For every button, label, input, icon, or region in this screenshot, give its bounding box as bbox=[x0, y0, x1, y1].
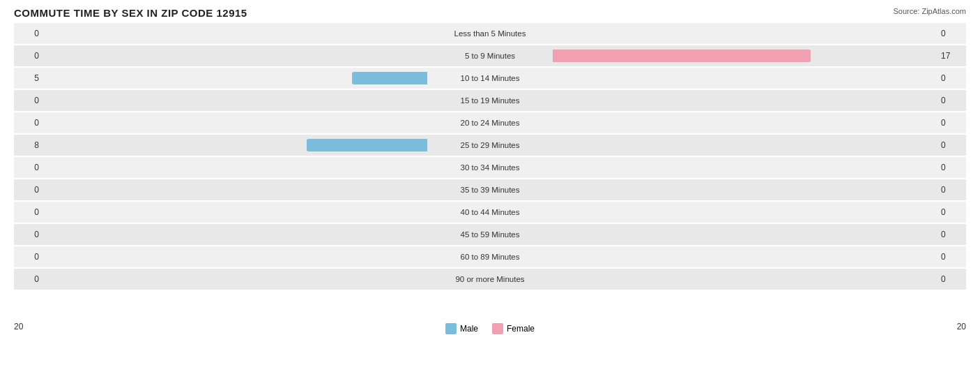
female-bar-container bbox=[553, 23, 938, 44]
female-bar-container bbox=[553, 45, 938, 66]
female-value: 0 bbox=[938, 73, 966, 83]
male-bar-container bbox=[42, 224, 427, 245]
legend-male-box bbox=[445, 323, 457, 334]
chart-row: 0Less than 5 Minutes0 bbox=[14, 23, 966, 44]
chart-row: 045 to 59 Minutes0 bbox=[14, 224, 966, 245]
chart-title: COMMUTE TIME BY SEX IN ZIP CODE 12915 bbox=[14, 7, 966, 19]
female-value: 17 bbox=[938, 51, 966, 61]
row-label: 40 to 44 Minutes bbox=[427, 208, 553, 216]
female-bar-container bbox=[553, 112, 938, 133]
chart-row: 035 to 39 Minutes0 bbox=[14, 179, 966, 200]
male-value: 0 bbox=[14, 96, 42, 105]
row-label: 30 to 34 Minutes bbox=[427, 163, 553, 172]
chart-row: 040 to 44 Minutes0 bbox=[14, 202, 966, 223]
legend-female-box bbox=[492, 323, 503, 334]
legend-male-label: Male bbox=[460, 324, 478, 334]
row-label: 25 to 29 Minutes bbox=[427, 141, 553, 149]
legend: Male Female bbox=[445, 323, 535, 334]
female-value: 0 bbox=[938, 207, 966, 217]
male-bar-container bbox=[42, 23, 427, 44]
female-value: 0 bbox=[938, 140, 966, 150]
male-value: 5 bbox=[14, 73, 42, 83]
male-value: 8 bbox=[14, 140, 42, 150]
male-value: 0 bbox=[14, 252, 42, 262]
row-label: 15 to 19 Minutes bbox=[427, 96, 553, 105]
row-label: 60 to 89 Minutes bbox=[427, 253, 553, 261]
female-value: 0 bbox=[938, 185, 966, 195]
female-bar-container bbox=[553, 269, 938, 290]
female-value: 0 bbox=[938, 274, 966, 284]
chart-row: 020 to 24 Minutes0 bbox=[14, 112, 966, 133]
male-bar-container bbox=[42, 157, 427, 178]
chart-row: 05 to 9 Minutes17 bbox=[14, 45, 966, 66]
female-value: 0 bbox=[938, 29, 966, 38]
source-label: Source: ZipAtlas.com bbox=[893, 7, 966, 15]
male-bar-container bbox=[42, 179, 427, 200]
legend-male: Male bbox=[445, 323, 478, 334]
chart-row: 030 to 34 Minutes0 bbox=[14, 157, 966, 178]
axis-right-label: 20 bbox=[957, 322, 966, 332]
female-bar-container bbox=[553, 179, 938, 200]
row-label: 10 to 14 Minutes bbox=[427, 74, 553, 82]
row-label: 35 to 39 Minutes bbox=[427, 186, 553, 194]
bottom-row: 20 Male Female 20 bbox=[14, 319, 966, 334]
male-value: 0 bbox=[14, 51, 42, 61]
female-value: 0 bbox=[938, 118, 966, 128]
female-bar-container bbox=[553, 157, 938, 178]
male-bar-container bbox=[42, 90, 427, 111]
female-bar-container bbox=[553, 68, 938, 89]
legend-female: Female bbox=[492, 323, 535, 334]
male-bar-container bbox=[42, 135, 427, 156]
row-label: 90 or more Minutes bbox=[427, 275, 553, 283]
female-bar-container bbox=[553, 202, 938, 223]
female-bar-container bbox=[553, 135, 938, 156]
female-bar bbox=[553, 50, 811, 62]
male-bar-container bbox=[42, 246, 427, 267]
row-label: 20 to 24 Minutes bbox=[427, 119, 553, 127]
male-bar-container bbox=[42, 68, 427, 89]
chart-row: 015 to 19 Minutes0 bbox=[14, 90, 966, 111]
female-value: 0 bbox=[938, 163, 966, 172]
male-bar bbox=[352, 72, 427, 84]
male-bar-container bbox=[42, 202, 427, 223]
female-value: 0 bbox=[938, 252, 966, 262]
female-bar-container bbox=[553, 90, 938, 111]
legend-female-label: Female bbox=[507, 324, 535, 334]
male-value: 0 bbox=[14, 118, 42, 128]
female-bar-container bbox=[553, 224, 938, 245]
row-label: Less than 5 Minutes bbox=[427, 29, 553, 38]
axis-left-label: 20 bbox=[14, 322, 23, 332]
male-value: 0 bbox=[14, 207, 42, 217]
row-label: 5 to 9 Minutes bbox=[427, 52, 553, 60]
male-bar-container bbox=[42, 45, 427, 66]
female-bar-container bbox=[553, 246, 938, 267]
row-label: 45 to 59 Minutes bbox=[427, 230, 553, 239]
chart-row: 510 to 14 Minutes0 bbox=[14, 68, 966, 89]
chart-row: 825 to 29 Minutes0 bbox=[14, 135, 966, 156]
male-value: 0 bbox=[14, 29, 42, 38]
male-bar-container bbox=[42, 269, 427, 290]
chart-row: 090 or more Minutes0 bbox=[14, 269, 966, 290]
male-value: 0 bbox=[14, 230, 42, 239]
male-bar bbox=[307, 139, 427, 151]
chart-area: 0Less than 5 Minutes005 to 9 Minutes1751… bbox=[14, 23, 966, 316]
chart-container: COMMUTE TIME BY SEX IN ZIP CODE 12915 So… bbox=[0, 0, 980, 365]
male-value: 0 bbox=[14, 185, 42, 195]
female-value: 0 bbox=[938, 230, 966, 239]
male-value: 0 bbox=[14, 163, 42, 172]
male-bar-container bbox=[42, 112, 427, 133]
male-value: 0 bbox=[14, 274, 42, 284]
female-value: 0 bbox=[938, 96, 966, 105]
chart-row: 060 to 89 Minutes0 bbox=[14, 246, 966, 267]
